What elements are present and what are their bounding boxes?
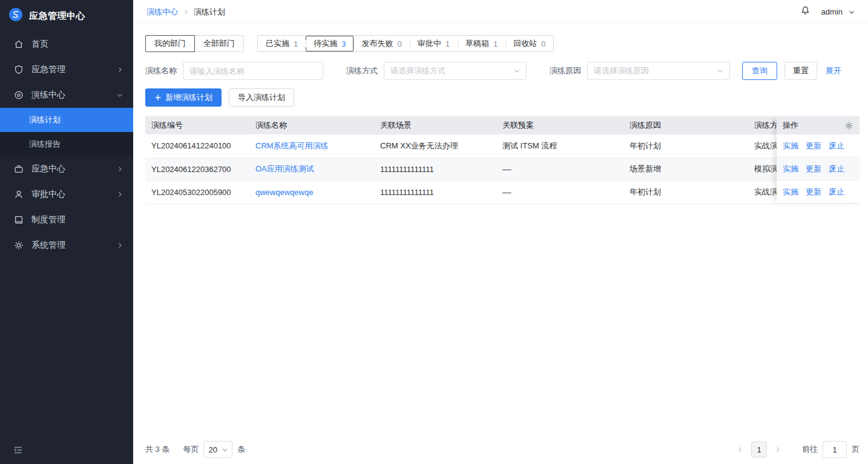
- home-icon: [13, 39, 24, 50]
- col-header-scenario: 关联场景: [374, 116, 496, 134]
- abolish-link[interactable]: 废止: [829, 164, 844, 174]
- drill-name-filter: 演练名称: [145, 62, 323, 80]
- notification-bell-icon[interactable]: [800, 5, 810, 18]
- table-row: YL2024053022005900 qwewqewqewqe 11111111…: [145, 181, 860, 204]
- tab-label: 待实施: [314, 38, 337, 49]
- topbar: 演练中心 演练计划 admin: [133, 0, 868, 24]
- drill-name-input[interactable]: [183, 62, 323, 80]
- pager: 1 前往 页: [732, 441, 860, 458]
- cell-drill-id: YL2024061412240100: [145, 134, 249, 157]
- row-operations: 实施 更新 废止: [777, 181, 860, 204]
- tab-count-badge: 3: [341, 39, 346, 48]
- chevron-down-icon: [222, 447, 228, 452]
- tab-implemented[interactable]: 已实施 1: [258, 36, 306, 51]
- tab-my-department[interactable]: 我的部门: [145, 35, 195, 52]
- next-page-button[interactable]: [769, 441, 786, 458]
- sidebar-item-emergency-center[interactable]: 应急中心: [0, 156, 133, 182]
- tab-count-badge: 1: [493, 39, 498, 48]
- per-page-select[interactable]: 20: [203, 441, 232, 458]
- per-page-label: 每页: [183, 444, 199, 455]
- table-row: YL2024061220362700 OA应用演练测试 111111111111…: [145, 157, 860, 181]
- cell-plan: ––: [496, 157, 623, 181]
- tab-recycle-bin[interactable]: 回收站 0: [505, 36, 553, 51]
- cell-drill-name-link[interactable]: qwewqewqewqe: [255, 188, 313, 197]
- drill-reason-select[interactable]: 请选择演练原因: [587, 62, 730, 80]
- tab-count-badge: 1: [294, 39, 298, 48]
- cell-drill-name-link[interactable]: CRM系统高可用演练: [255, 141, 329, 150]
- sidebar-item-drill-report[interactable]: 演练报告: [0, 132, 133, 156]
- tab-pending[interactable]: 待实施 3: [306, 36, 353, 51]
- breadcrumb-parent[interactable]: 演练中心: [146, 7, 178, 18]
- implement-link[interactable]: 实施: [783, 141, 798, 151]
- operation-header-label: 操作: [783, 120, 798, 131]
- implement-link[interactable]: 实施: [783, 164, 798, 174]
- sidebar-item-label: 制度管理: [31, 214, 123, 225]
- per-page-value: 20: [208, 445, 217, 454]
- col-header-drill-name: 演练名称: [249, 116, 374, 134]
- user-chevron-down-icon[interactable]: [849, 9, 855, 15]
- main-area: 演练中心 演练计划 admin 我的部门 全部部门: [133, 0, 868, 464]
- drill-plan-page: 我的部门 全部部门 已实施 1 待实施 3 发布失败 0: [133, 24, 868, 464]
- chevron-left-icon: [737, 446, 743, 452]
- tab-in-approval[interactable]: 审批中 1: [410, 36, 458, 51]
- sidebar-item-label: 系统管理: [31, 240, 116, 251]
- update-link[interactable]: 更新: [806, 187, 821, 197]
- drill-reason-filter: 演练原因 请选择演练原因: [550, 62, 730, 80]
- tab-publish-failed[interactable]: 发布失败 0: [353, 36, 409, 51]
- app-title: 应急管理中心: [29, 10, 85, 22]
- sidebar-item-policy-management[interactable]: 制度管理: [0, 207, 133, 233]
- abolish-link[interactable]: 废止: [829, 187, 844, 197]
- update-link[interactable]: 更新: [806, 164, 821, 174]
- sidebar-item-drill-plan[interactable]: 演练计划: [0, 108, 133, 132]
- update-link[interactable]: 更新: [806, 141, 821, 151]
- sidebar: 应急管理中心 首页 应急管理 演练中心 演练计划 演练报告 应急中心: [0, 0, 133, 464]
- drill-method-select[interactable]: 请选择演练方式: [384, 62, 527, 80]
- import-drill-plan-button[interactable]: 导入演练计划: [229, 88, 294, 107]
- row-operations: 实施 更新 废止: [777, 157, 860, 181]
- department-toggle-group: 我的部门 全部部门: [145, 35, 244, 52]
- page-number-1[interactable]: 1: [751, 442, 767, 457]
- sidebar-item-label: 应急管理: [31, 64, 116, 75]
- topbar-right: admin: [800, 5, 855, 18]
- app-root: 应急管理中心 首页 应急管理 演练中心 演练计划 演练报告 应急中心: [0, 0, 868, 464]
- drill-method-filter: 演练方式 请选择演练方式: [346, 62, 527, 80]
- sidebar-item-drill-center[interactable]: 演练中心: [0, 82, 133, 108]
- tab-label: 回收站: [513, 38, 537, 49]
- query-button[interactable]: 查询: [742, 62, 777, 80]
- cell-drill-id: YL2024061220362700: [145, 157, 249, 181]
- tab-all-departments[interactable]: 全部部门: [194, 35, 244, 52]
- sidebar-subitem-label: 演练报告: [29, 139, 61, 150]
- sidebar-item-emergency-management[interactable]: 应急管理: [0, 57, 133, 82]
- briefcase-icon: [13, 164, 24, 174]
- abolish-link[interactable]: 废止: [829, 141, 844, 151]
- tab-count-badge: 0: [541, 39, 545, 48]
- sidebar-item-approval-center[interactable]: 审批中心: [0, 182, 133, 207]
- tab-label: 草稿箱: [465, 38, 489, 49]
- tab-label: 已实施: [266, 38, 289, 49]
- add-drill-plan-button[interactable]: 新增演练计划: [145, 88, 222, 107]
- reset-button[interactable]: 重置: [784, 62, 817, 80]
- goto-page-input[interactable]: [823, 441, 847, 458]
- tab-drafts[interactable]: 草稿箱 1: [458, 36, 505, 51]
- sidebar-item-home[interactable]: 首页: [0, 31, 133, 57]
- operation-column: 操作 实施 更新 废止 实施 更新 废止 实施 更: [777, 116, 860, 204]
- goto-label: 前往: [802, 444, 818, 455]
- shield-icon: [13, 64, 24, 75]
- sidebar-item-label: 首页: [31, 39, 123, 50]
- implement-link[interactable]: 实施: [783, 187, 798, 197]
- col-header-operation: 操作: [777, 116, 860, 134]
- drill-reason-label: 演练原因: [550, 65, 581, 76]
- sidebar-item-system-management[interactable]: 系统管理: [0, 233, 133, 258]
- app-logo-row: 应急管理中心: [0, 0, 133, 31]
- collapse-sidebar-icon: [13, 445, 23, 455]
- column-settings-gear-icon[interactable]: [844, 121, 853, 130]
- cell-drill-name-link[interactable]: OA应用演练测试: [255, 164, 314, 173]
- sidebar-item-label: 应急中心: [31, 164, 116, 174]
- user-icon: [13, 189, 24, 200]
- chevron-right-icon: [116, 191, 123, 198]
- select-placeholder: 请选择演练原因: [594, 65, 649, 76]
- sidebar-collapse-button[interactable]: [0, 436, 133, 464]
- prev-page-button[interactable]: [732, 441, 749, 458]
- expand-filters-link[interactable]: 展开: [826, 65, 841, 76]
- user-menu[interactable]: admin: [821, 7, 843, 16]
